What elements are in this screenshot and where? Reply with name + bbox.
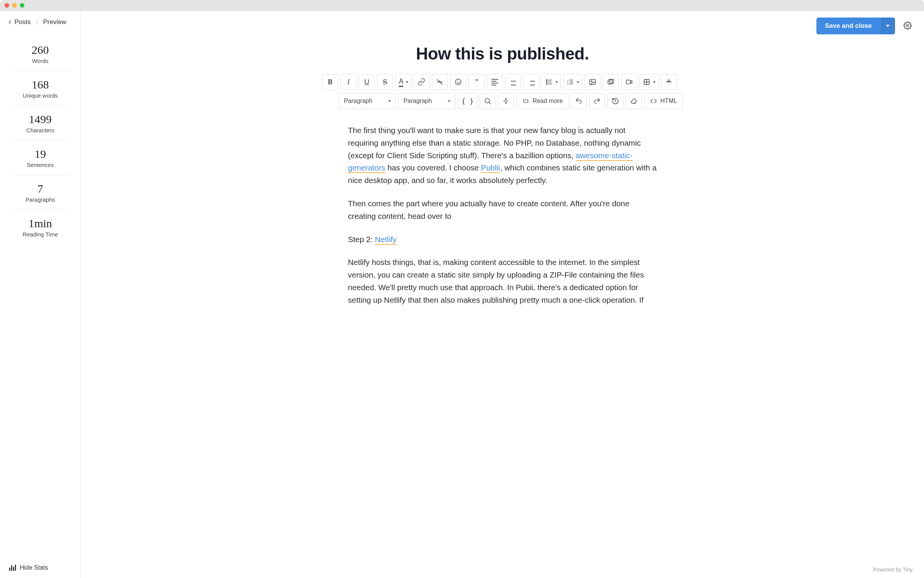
stat-characters: 1499 Characters (11, 106, 70, 141)
undo-icon (575, 97, 582, 105)
table-icon (643, 78, 651, 86)
svg-rect-17 (590, 79, 595, 84)
toc-icon (665, 78, 673, 86)
editor-toolbar: B I U S A (322, 74, 683, 109)
image-icon (589, 78, 596, 86)
svg-rect-33 (524, 100, 528, 102)
bullet-list-button[interactable] (542, 74, 561, 90)
stat-sentences: 19 Sentences (11, 141, 70, 175)
stat-unique-label: Unique words (11, 92, 70, 99)
strikethrough-button[interactable]: S (377, 74, 393, 90)
stat-words: 260 Words (11, 37, 70, 71)
list-number-icon: 123 (566, 78, 574, 86)
caret-down-icon (886, 25, 890, 27)
align-left-button[interactable] (487, 74, 503, 90)
content-paragraph[interactable]: Step 2: Netlify (348, 233, 657, 246)
align-right-button[interactable] (524, 74, 539, 90)
stat-reading-value: 1min (11, 217, 70, 229)
image-button[interactable] (584, 74, 600, 90)
window-close-icon[interactable] (5, 3, 9, 8)
svg-point-18 (591, 81, 592, 82)
window-maximize-icon[interactable] (20, 3, 24, 8)
align-center-button[interactable] (505, 74, 521, 90)
chevron-down-icon (576, 81, 579, 83)
toc-button[interactable] (661, 74, 677, 90)
divide-icon (502, 97, 510, 105)
main-area: Save and close How this is published. B … (81, 11, 924, 578)
editor-content[interactable]: The first thing you'll want to make sure… (348, 124, 657, 340)
read-more-button[interactable]: Read more (516, 93, 568, 109)
code-block-button[interactable]: { } (458, 93, 477, 109)
italic-button[interactable]: I (340, 74, 356, 90)
emoji-button[interactable] (450, 74, 466, 90)
stat-unique-words: 168 Unique words (11, 71, 70, 106)
format2-label: Paragraph (403, 97, 432, 104)
format1-label: Paragraph (344, 97, 373, 104)
stat-paragraphs-label: Paragraphs (11, 196, 70, 203)
save-and-close-button[interactable]: Save and close (817, 18, 880, 34)
stat-words-label: Words (11, 58, 70, 64)
number-list-button[interactable]: 123 (563, 74, 582, 90)
eraser-icon (630, 97, 638, 105)
preview-link[interactable]: Preview (43, 18, 66, 26)
window-titlebar (0, 0, 924, 11)
post-title[interactable]: How this is published. (416, 44, 589, 63)
content-paragraph[interactable]: The first thing you'll want to make sure… (348, 124, 657, 187)
stat-paragraphs: 7 Paragraphs (11, 175, 70, 210)
revision-history-button[interactable] (607, 93, 623, 109)
blockquote-button[interactable]: ” (469, 74, 485, 90)
hr-button[interactable] (498, 93, 514, 109)
chevron-down-icon (388, 100, 391, 102)
posts-label: Posts (15, 18, 31, 26)
smile-icon (454, 78, 462, 86)
stat-paragraphs-value: 7 (11, 182, 70, 195)
link-button[interactable] (413, 74, 429, 90)
content-paragraph[interactable]: Then comes the part where you actually h… (348, 198, 657, 222)
top-actions: Save and close (817, 18, 913, 34)
content-link-netlify[interactable]: Netlify (375, 235, 397, 245)
search-icon (484, 97, 491, 105)
stats-panel: 260 Words 168 Unique words 1499 Characte… (0, 37, 80, 244)
save-close-group: Save and close (817, 18, 895, 34)
bold-button[interactable]: B (322, 74, 338, 90)
stat-chars-label: Characters (11, 127, 70, 133)
content-text: Step 2: (348, 235, 375, 244)
svg-point-7 (546, 83, 547, 84)
video-button[interactable] (621, 74, 637, 90)
gallery-button[interactable] (603, 74, 619, 90)
content-paragraph[interactable]: Netlify hosts things, that is, making co… (348, 256, 657, 306)
chevron-down-icon (653, 81, 656, 83)
chevron-down-icon (555, 81, 558, 83)
unlink-button[interactable] (432, 74, 448, 90)
sidebar: Posts | Preview 260 Words 168 Unique wor… (0, 11, 81, 578)
block-format-select-1[interactable]: Paragraph (339, 93, 396, 109)
block-format-select-2[interactable]: Paragraph (398, 93, 455, 109)
stat-sentences-label: Sentences (11, 162, 70, 168)
html-source-button[interactable]: HTML (644, 93, 683, 109)
svg-rect-27 (668, 81, 670, 82)
stat-words-value: 260 (11, 44, 70, 56)
table-button[interactable] (639, 74, 659, 90)
svg-line-35 (615, 101, 617, 102)
settings-button[interactable] (902, 20, 913, 32)
gear-icon (903, 21, 912, 30)
search-button[interactable] (480, 93, 496, 109)
underline-button[interactable]: U (359, 74, 375, 90)
content-link-publii[interactable]: Publii (481, 163, 500, 173)
svg-point-32 (506, 102, 507, 104)
undo-button[interactable] (571, 93, 587, 109)
hide-stats-button[interactable]: Hide Stats (0, 557, 80, 578)
svg-point-2 (455, 79, 461, 85)
svg-point-20 (609, 81, 610, 82)
save-dropdown-button[interactable] (880, 18, 895, 34)
gallery-icon (607, 78, 615, 86)
history-icon (612, 97, 619, 105)
svg-rect-21 (626, 80, 631, 84)
redo-button[interactable] (589, 93, 605, 109)
clear-format-button[interactable] (626, 93, 642, 109)
window-minimize-icon[interactable] (12, 3, 17, 8)
text-color-button[interactable]: A (395, 74, 411, 90)
back-to-posts-link[interactable]: Posts (9, 18, 31, 26)
svg-point-0 (906, 24, 909, 27)
svg-point-30 (506, 99, 507, 100)
